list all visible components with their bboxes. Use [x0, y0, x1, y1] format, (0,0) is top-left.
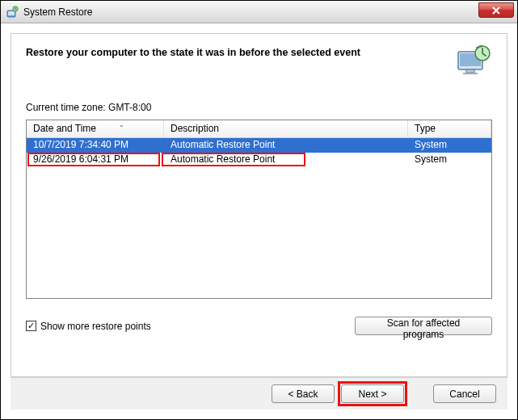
column-header-type-label: Type	[415, 123, 436, 134]
column-header-description-label: Description	[171, 123, 219, 134]
cell-type: System	[408, 138, 491, 153]
below-table-row: ✓ Show more restore points Scan for affe…	[26, 317, 492, 335]
restore-monitor-icon	[455, 45, 492, 78]
svg-rect-1	[8, 11, 15, 15]
table-body: 10/7/2019 7:34:40 PMAutomatic Restore Po…	[27, 138, 491, 298]
content-frame: Restore your computer to the state it wa…	[11, 33, 507, 377]
next-button[interactable]: Next >	[341, 384, 404, 403]
header-row: Restore your computer to the state it wa…	[26, 45, 492, 78]
back-button[interactable]: < Back	[272, 384, 335, 403]
close-button[interactable]	[478, 2, 514, 18]
column-header-datetime[interactable]: Date and Time ⌄	[27, 120, 164, 137]
svg-rect-5	[466, 69, 474, 73]
column-header-description[interactable]: Description	[164, 120, 408, 137]
show-more-checkbox[interactable]: ✓ Show more restore points	[26, 321, 151, 332]
restore-points-table: Date and Time ⌄ Description Type 10/7/20…	[26, 120, 492, 299]
table-row[interactable]: 10/7/2019 7:34:40 PMAutomatic Restore Po…	[27, 138, 491, 153]
column-header-datetime-label: Date and Time	[33, 123, 96, 134]
cell-datetime: 9/26/2019 6:04:31 PM	[27, 153, 164, 167]
cancel-button[interactable]: Cancel	[433, 384, 496, 403]
column-header-type[interactable]: Type	[408, 120, 491, 137]
titlebar: System Restore	[1, 1, 517, 23]
cell-datetime: 10/7/2019 7:34:40 PM	[27, 138, 164, 153]
page-heading: Restore your computer to the state it wa…	[26, 45, 447, 58]
window-body: Restore your computer to the state it wa…	[1, 23, 517, 419]
timezone-label: Current time zone: GMT-8:00	[26, 102, 492, 113]
checkbox-icon: ✓	[26, 321, 36, 331]
show-more-label: Show more restore points	[40, 321, 151, 332]
cell-description: Automatic Restore Point	[164, 138, 408, 153]
cell-type: System	[408, 153, 491, 167]
window-title: System Restore	[23, 6, 92, 18]
table-row[interactable]: 9/26/2019 6:04:31 PMAutomatic Restore Po…	[27, 153, 491, 167]
footer-bar: < Back Next > Cancel	[11, 377, 507, 410]
next-button-wrap: Next >	[341, 384, 404, 403]
scan-affected-button[interactable]: Scan for affected programs	[355, 317, 492, 335]
svg-rect-6	[463, 73, 478, 74]
system-restore-icon	[6, 6, 19, 19]
sort-indicator-icon: ⌄	[119, 121, 124, 128]
cell-description: Automatic Restore Point	[164, 153, 408, 167]
table-header: Date and Time ⌄ Description Type	[27, 120, 491, 138]
